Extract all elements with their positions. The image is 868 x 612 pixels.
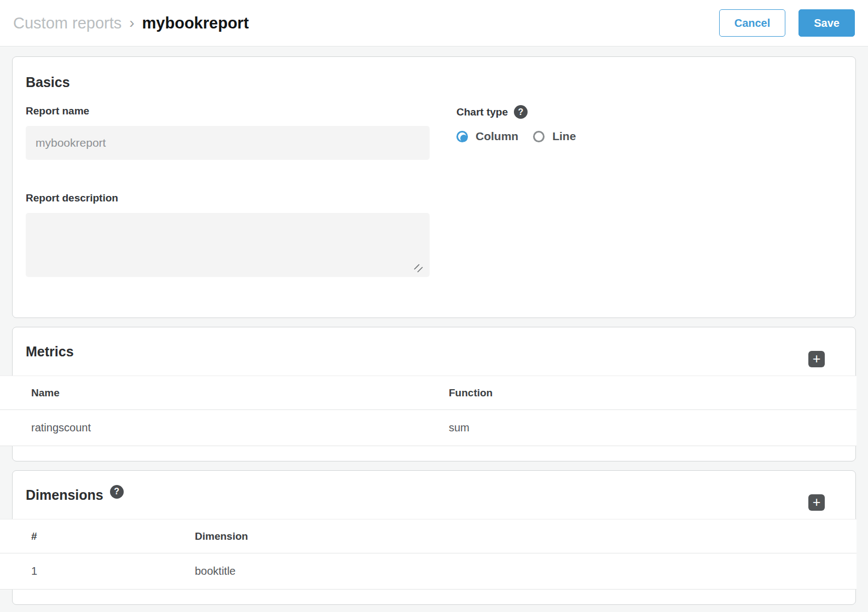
chart-type-radio-group: Column Line (456, 130, 842, 143)
dimension-name-cell: booktitle (195, 565, 236, 578)
chart-type-line-label: Line (552, 130, 576, 143)
report-description-label: Report description (26, 192, 430, 204)
page-title: mybookreport (142, 14, 249, 32)
chart-type-column-label: Column (476, 130, 518, 143)
metrics-table-row[interactable]: ratingscount sum (0, 410, 857, 446)
dimension-index-cell: 1 (0, 565, 195, 578)
dimensions-title-row: Dimensions ? (26, 487, 124, 503)
basics-left-column: Report name Report description (26, 105, 430, 277)
dimensions-header: Dimensions ? (13, 471, 855, 519)
page-header: Custom reports › mybookreport Cancel Sav… (0, 0, 868, 47)
chart-type-column-option[interactable]: Column (456, 130, 518, 143)
report-description-wrap (26, 213, 430, 277)
chart-type-label: Chart type (456, 106, 508, 118)
chevron-right-icon: › (129, 14, 134, 32)
dimensions-help-icon[interactable]: ? (110, 485, 124, 499)
metrics-table-header: Name Function (0, 376, 857, 410)
dimensions-section: Dimensions ? + # Dimension 1 booktitle (12, 470, 856, 605)
dimensions-table: # Dimension 1 booktitle (0, 519, 857, 590)
report-name-input[interactable] (26, 126, 430, 160)
radio-selected-icon (456, 131, 468, 142)
basics-section: Basics Report name Report description Ch… (12, 56, 856, 318)
dimensions-table-row[interactable]: 1 booktitle (0, 553, 857, 590)
header-actions: Cancel Save (719, 9, 855, 37)
dimensions-footer (13, 590, 855, 604)
report-editor: Basics Report name Report description Ch… (0, 47, 868, 612)
add-metric-button[interactable]: + (808, 351, 825, 367)
cancel-button[interactable]: Cancel (719, 9, 786, 37)
breadcrumb: Custom reports › mybookreport (13, 14, 249, 32)
chart-type-line-option[interactable]: Line (533, 130, 576, 143)
dimensions-column-dimension: Dimension (195, 530, 248, 542)
metrics-header: Metrics (13, 327, 855, 376)
save-button[interactable]: Save (798, 9, 855, 37)
metrics-table: Name Function ratingscount sum (0, 376, 857, 446)
add-dimension-button[interactable]: + (808, 494, 825, 511)
metrics-column-function: Function (449, 387, 493, 399)
metrics-title: Metrics (26, 344, 74, 360)
basics-title: Basics (26, 74, 842, 90)
chart-type-help-icon[interactable]: ? (514, 105, 528, 119)
basics-right-column: Chart type ? Column Line (456, 105, 842, 277)
breadcrumb-parent-link[interactable]: Custom reports (13, 14, 121, 32)
dimensions-title: Dimensions (26, 487, 103, 503)
metrics-footer (13, 446, 855, 461)
report-name-label: Report name (26, 105, 430, 117)
metric-function-cell: sum (449, 422, 470, 434)
metrics-column-name: Name (0, 387, 449, 399)
dimensions-column-index: # (0, 530, 195, 542)
report-description-input[interactable] (26, 213, 430, 277)
radio-unselected-icon (533, 131, 545, 142)
dimensions-table-header: # Dimension (0, 519, 857, 553)
metrics-section: Metrics + Name Function ratingscount sum (12, 327, 856, 461)
chart-type-label-row: Chart type ? (456, 105, 842, 119)
basics-grid: Report name Report description Chart typ… (26, 105, 842, 277)
metric-name-cell: ratingscount (0, 422, 449, 434)
